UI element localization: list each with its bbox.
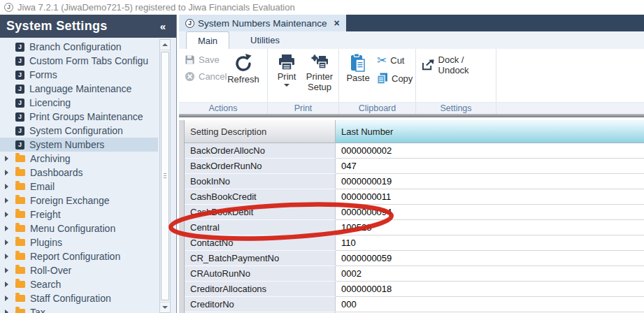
tab-system-numbers-maintenance[interactable]: J System Numbers Maintenance × (179, 15, 346, 31)
last-number-cell[interactable]: 000 (336, 297, 644, 312)
last-number-cell[interactable]: 0000000094 (336, 205, 644, 220)
last-number-cell[interactable]: 0000000059 (336, 251, 644, 266)
expand-arrow-icon[interactable] (5, 310, 8, 313)
sidebar-item-email[interactable]: Email (0, 180, 158, 194)
ribbon-tab-main[interactable]: Main (186, 31, 229, 49)
print-dropdown-icon[interactable] (284, 84, 289, 87)
sidebar-item-print-groups-maintenance[interactable]: JPrint Groups Maintenance (0, 110, 158, 124)
last-number-cell[interactable]: 0000000011 (336, 189, 644, 205)
dock-undock-button[interactable]: Dock / Undock (422, 54, 496, 75)
scrollbar-thumb[interactable] (161, 52, 169, 300)
last-number-cell[interactable]: 0002 (336, 266, 644, 282)
last-number-cell[interactable]: 047 (336, 159, 644, 174)
expand-arrow-icon[interactable] (5, 170, 8, 175)
expand-arrow-icon[interactable] (5, 240, 8, 245)
setting-description-cell[interactable]: CashBookDebit (185, 205, 336, 220)
print-button[interactable]: Print (272, 54, 301, 87)
scroll-up-icon[interactable] (160, 40, 170, 50)
sidebar-item-branch-configuration[interactable]: JBranch Configuration (0, 40, 158, 54)
sidebar-item-licencing[interactable]: JLicencing (0, 96, 158, 110)
sidebar-item-language-maintenance[interactable]: JLanguage Maintenance (0, 82, 158, 96)
sidebar-item-staff-configuration[interactable]: Staff Configuration (0, 291, 158, 305)
save-button[interactable]: Save (185, 54, 220, 65)
last-number-cell[interactable]: 0000000019 (336, 174, 644, 189)
expand-arrow-icon[interactable] (5, 282, 8, 287)
folder-icon (15, 155, 25, 162)
expand-arrow-icon[interactable] (5, 296, 8, 301)
expand-arrow-icon[interactable] (5, 156, 8, 161)
sidebar-item-roll-over[interactable]: Roll-Over (0, 263, 158, 277)
setting-description-cell[interactable]: BackOrderAllocNo (185, 143, 336, 159)
printer-setup-button[interactable]: Printer Setup (303, 54, 336, 92)
sidebar-item-tax[interactable]: Tax (0, 305, 158, 313)
setting-description-cell[interactable]: ContactNo (185, 235, 336, 251)
sidebar-item-label: Menu Configuration (30, 223, 115, 234)
last-number-cell[interactable]: 0000000018 (336, 282, 644, 297)
grid-row-cr-batchpaymentno: CR_BatchPaymentNo0000000059 (185, 251, 644, 266)
sidebar-item-custom-form-tabs[interactable]: JCustom Form Tabs Configu (0, 54, 158, 68)
setting-description-cell[interactable]: CashBookCredit (185, 189, 336, 205)
cancel-button[interactable]: Cancel (185, 71, 227, 82)
ribbon-tab-strip: Main Utilities (179, 31, 644, 49)
setting-description-cell[interactable]: BackOrderRunNo (185, 159, 336, 174)
cut-label: Cut (390, 55, 404, 66)
expand-arrow-icon[interactable] (5, 268, 8, 273)
printer-setup-label-line2: Setup (308, 82, 331, 92)
setting-description-cell[interactable]: Central (185, 220, 336, 235)
column-header-last-number[interactable]: Last Number (336, 120, 644, 143)
setting-description-cell[interactable]: CreditorNo (185, 297, 336, 312)
ribbon-tab-utilities[interactable]: Utilities (238, 31, 292, 49)
group-label-settings: Settings (416, 103, 496, 114)
column-header-setting-description[interactable]: Setting Description (185, 120, 336, 143)
print-icon (278, 54, 296, 71)
scroll-down-icon[interactable] (160, 302, 170, 312)
setting-description-cell[interactable]: CreditorAllocations (185, 282, 336, 297)
grid-row-central: Central100528 (185, 220, 644, 235)
expand-arrow-icon[interactable] (5, 226, 8, 231)
paste-button[interactable]: Paste (343, 53, 373, 83)
sidebar-item-report-configuration[interactable]: Report Configuration (0, 249, 158, 263)
grid-row-contactno: ContactNo110 (185, 235, 644, 251)
sidebar-scrollbar[interactable] (159, 39, 171, 313)
sidebar-item-system-numbers[interactable]: JSystem Numbers (0, 138, 158, 152)
setting-description-cell[interactable]: BookInNo (185, 174, 336, 189)
last-number-cell[interactable]: 110 (336, 235, 644, 251)
printer-setup-icon (310, 54, 329, 71)
doc-tab-label: System Numbers Maintenance (198, 18, 327, 29)
sidebar-item-menu-configuration[interactable]: Menu Configuration (0, 221, 158, 235)
sidebar-item-system-configuration[interactable]: JSystem Configuration (0, 124, 158, 138)
setting-description-cell[interactable]: CR_BatchPaymentNo (185, 251, 336, 266)
jiwa-item-icon: J (15, 99, 24, 108)
print-label: Print (278, 71, 296, 82)
last-number-cell[interactable]: 100528 (336, 220, 644, 235)
sidebar-item-forms[interactable]: JForms (0, 68, 158, 82)
folder-icon (15, 169, 25, 176)
copy-button[interactable]: Copy (377, 73, 413, 85)
ribbon-filler (496, 49, 644, 102)
sidebar-item-foreign-exchange[interactable]: Foreign Exchange (0, 194, 158, 208)
sidebar-item-plugins[interactable]: Plugins (0, 235, 158, 249)
close-tab-icon[interactable]: × (334, 17, 340, 29)
settings-tree: JBranch Configuration JCustom Form Tabs … (0, 38, 176, 313)
last-number-cell[interactable]: 0000000002 (336, 143, 644, 159)
setting-description-cell[interactable]: CRAutoRunNo (185, 266, 336, 282)
sidebar-item-label: Email (30, 181, 55, 192)
expand-arrow-icon[interactable] (5, 184, 8, 189)
sidebar-item-search[interactable]: Search (0, 277, 158, 291)
grid-row-creditorno: CreditorNo000 (185, 297, 644, 312)
expand-arrow-icon[interactable] (5, 254, 8, 259)
sidebar-item-archiving[interactable]: Archiving (0, 152, 158, 166)
grid-row-creditorallocations: CreditorAllocations0000000018 (185, 282, 644, 297)
expand-arrow-icon[interactable] (5, 212, 8, 217)
cut-button[interactable]: ✂ Cut (377, 54, 404, 66)
collapse-sidebar-icon[interactable]: « (160, 20, 170, 32)
refresh-button[interactable]: Refresh (222, 53, 264, 85)
grid-row-bookinno: BookInNo0000000019 (185, 174, 644, 189)
expand-arrow-icon[interactable] (5, 198, 8, 203)
folder-icon (15, 183, 25, 190)
sidebar-item-dashboards[interactable]: Dashboards (0, 166, 158, 180)
ribbon: Save Cancel Refresh (179, 49, 644, 102)
sidebar-item-freight[interactable]: Freight (0, 208, 158, 221)
sidebar-item-label: Language Maintenance (29, 83, 131, 94)
refresh-label: Refresh (227, 74, 259, 85)
